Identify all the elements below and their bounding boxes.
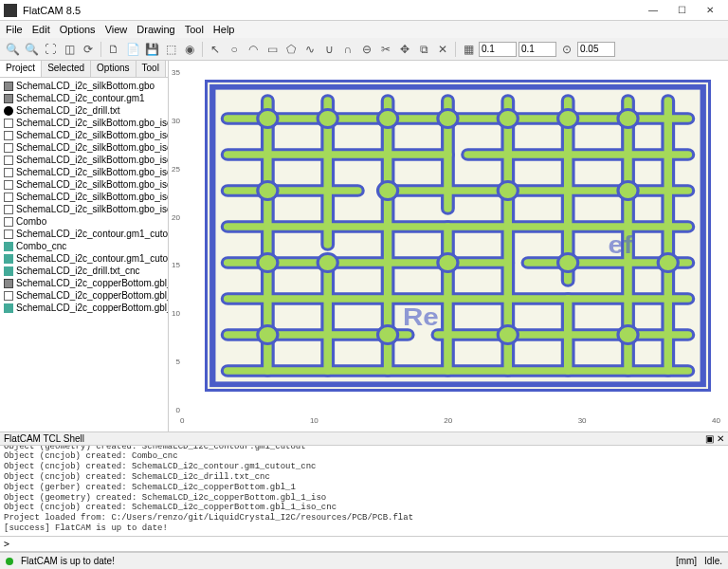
path-icon[interactable]: ∿ bbox=[301, 41, 318, 58]
grid-x-input[interactable] bbox=[479, 42, 517, 57]
delete-icon[interactable]: ✕ bbox=[434, 41, 451, 58]
menu-tool[interactable]: Tool bbox=[185, 24, 204, 35]
geom-icon bbox=[4, 180, 13, 190]
menu-help[interactable]: Help bbox=[213, 24, 235, 35]
geom-icon bbox=[4, 143, 13, 153]
tree-item[interactable]: SchemaLCD_i2c_contour.gm1 bbox=[2, 92, 166, 104]
tree-item-label: SchemaLCD_i2c_silkBottom.gbo bbox=[16, 81, 155, 91]
shell-input[interactable] bbox=[13, 539, 724, 549]
svg-point-6 bbox=[558, 110, 578, 128]
grid-icon[interactable]: ▦ bbox=[460, 41, 477, 58]
tree-item-label: SchemaLCD_i2c_silkBottom.gbo_iso_paint bbox=[16, 192, 168, 202]
tree-item[interactable]: SchemaLCD_i2c_silkBottom.gbo_iso bbox=[2, 117, 166, 129]
tree-item[interactable]: SchemaLCD_i2c_silkBottom.gbo_iso_paint bbox=[2, 166, 166, 178]
tree-item[interactable]: SchemaLCD_i2c_drill.txt bbox=[2, 104, 166, 117]
zoom-out-icon[interactable]: 🔍 bbox=[23, 41, 40, 58]
tree-item[interactable]: SchemaLCD_i2c_silkBottom.gbo bbox=[2, 80, 166, 92]
tab-tool[interactable]: Tool bbox=[136, 61, 166, 77]
shell-input-row: > bbox=[0, 537, 728, 552]
separator bbox=[455, 42, 456, 57]
zoom-fit-icon[interactable]: ⛶ bbox=[42, 41, 59, 58]
menu-edit[interactable]: Edit bbox=[32, 24, 50, 35]
cut-icon[interactable]: ✂ bbox=[377, 41, 394, 58]
tree-item[interactable]: SchemaLCD_i2c_contour.gm1_cutout_cnc bbox=[2, 252, 166, 265]
svg-point-20 bbox=[618, 326, 638, 344]
shell-output[interactable]: Object (geometry) created: SchemaLCD_i2c… bbox=[0, 446, 728, 537]
svg-point-1 bbox=[258, 110, 278, 128]
arc-icon[interactable]: ◠ bbox=[245, 41, 262, 58]
open-gerber-icon[interactable]: ⬚ bbox=[162, 41, 179, 58]
tree-item[interactable]: SchemaLCD_i2c_silkBottom.gbo_iso_paint bbox=[2, 178, 166, 191]
svg-point-19 bbox=[498, 326, 518, 344]
x-axis: 010203040 bbox=[180, 416, 720, 428]
statusbar: FlatCAM is up to date! [mm] Idle. bbox=[0, 552, 728, 569]
tree-item[interactable]: SchemaLCD_i2c_drill.txt_cnc bbox=[2, 265, 166, 277]
intersection-icon[interactable]: ∩ bbox=[339, 41, 356, 58]
status-message: FlatCAM is up to date! bbox=[21, 556, 115, 566]
open-icon[interactable]: 📄 bbox=[124, 41, 141, 58]
subtract-icon[interactable]: ⊖ bbox=[358, 41, 375, 58]
sidebar-tabs: Project Selected Options Tool bbox=[0, 61, 168, 78]
shell-line: Object (cncjob) created: SchemaLCD_i2c_c… bbox=[4, 503, 724, 513]
close-button[interactable]: ✕ bbox=[696, 1, 724, 20]
shell-line: Object (geometry) created: SchemaLCD_i2c… bbox=[4, 493, 724, 504]
menu-view[interactable]: View bbox=[105, 24, 128, 35]
snap-icon[interactable]: ⊙ bbox=[558, 41, 575, 58]
open-excellon-icon[interactable]: ◉ bbox=[181, 41, 198, 58]
tree-item[interactable]: SchemaLCD_i2c_copperBottom.gbl_1 bbox=[2, 277, 166, 289]
save-icon[interactable]: 💾 bbox=[143, 41, 160, 58]
maximize-button[interactable]: ☐ bbox=[667, 1, 696, 20]
tree-item[interactable]: SchemaLCD_i2c_silkBottom.gbo_iso_paint bbox=[2, 129, 166, 141]
cnc-icon bbox=[4, 254, 13, 264]
zoom-in-icon[interactable]: 🔍 bbox=[4, 41, 21, 58]
move-icon[interactable]: ✥ bbox=[396, 41, 413, 58]
snap-input[interactable] bbox=[577, 42, 615, 57]
tree-item-label: SchemaLCD_i2c_copperBottom.gbl_1 bbox=[16, 278, 168, 288]
shell-expand-icon[interactable]: ▣ ✕ bbox=[705, 433, 724, 444]
gerber-icon bbox=[4, 279, 13, 288]
svg-point-18 bbox=[378, 326, 398, 344]
polygon-icon[interactable]: ⬠ bbox=[282, 41, 300, 58]
tree-item[interactable]: SchemaLCD_i2c_silkBottom.gbo_iso_paint bbox=[2, 141, 166, 154]
project-tree[interactable]: SchemaLCD_i2c_silkBottom.gboSchemaLCD_i2… bbox=[0, 78, 168, 431]
copy-icon[interactable]: ⧉ bbox=[415, 41, 432, 58]
tab-project[interactable]: Project bbox=[0, 61, 42, 77]
svg-point-13 bbox=[318, 254, 337, 272]
tree-item[interactable]: Combo_cnc bbox=[2, 240, 166, 252]
tree-item[interactable]: SchemaLCD_i2c_silkBottom.gbo_iso_paint bbox=[2, 154, 166, 166]
tree-item[interactable]: SchemaLCD_i2c_copperBottom.gbl_1_iso bbox=[2, 289, 166, 302]
circle-icon[interactable]: ○ bbox=[226, 41, 243, 58]
menu-file[interactable]: File bbox=[6, 24, 23, 35]
union-icon[interactable]: ∪ bbox=[320, 41, 337, 58]
tree-item-label: SchemaLCD_i2c_silkBottom.gbo_iso_paint bbox=[16, 179, 168, 190]
tree-item[interactable]: SchemaLCD_i2c_silkBottom.gbo_iso_paint bbox=[2, 191, 166, 203]
tree-item[interactable]: Combo bbox=[2, 215, 166, 228]
rect-icon[interactable]: ▭ bbox=[264, 41, 281, 58]
gerber-icon bbox=[4, 94, 13, 103]
tree-item[interactable]: SchemaLCD_i2c_copperBottom.gbl_1_iso bbox=[2, 302, 166, 314]
tree-item-label: SchemaLCD_i2c_copperBottom.gbl_1_iso bbox=[16, 290, 168, 301]
shell-prompt-icon: > bbox=[4, 539, 9, 549]
pcb-plot: Re ef bbox=[205, 80, 711, 392]
tree-item-label: SchemaLCD_i2c_contour.gm1_cutout_cnc bbox=[16, 253, 168, 264]
menu-drawing[interactable]: Drawing bbox=[136, 24, 174, 35]
shell-line: Object (cncjob) created: Combo_cnc bbox=[4, 451, 724, 462]
tree-item-label: SchemaLCD_i2c_silkBottom.gbo_iso_paint bbox=[16, 142, 168, 153]
svg-point-15 bbox=[558, 254, 578, 272]
tab-selected[interactable]: Selected bbox=[42, 61, 91, 77]
tree-item-label: Combo bbox=[16, 216, 46, 227]
new-icon[interactable]: 🗋 bbox=[105, 41, 122, 58]
tree-item[interactable]: SchemaLCD_i2c_silkBottom.gbo_iso_paint bbox=[2, 203, 166, 215]
tree-item[interactable]: SchemaLCD_i2c_contour.gm1_cutout bbox=[2, 228, 166, 240]
select-icon[interactable]: ↖ bbox=[207, 41, 224, 58]
geom-icon bbox=[4, 119, 13, 128]
grid-y-input[interactable] bbox=[519, 42, 556, 57]
menu-options[interactable]: Options bbox=[60, 24, 96, 35]
svg-point-8 bbox=[258, 182, 278, 200]
clear-plot-icon[interactable]: ◫ bbox=[61, 41, 78, 58]
canvas[interactable]: 35302520151050 010203040 bbox=[169, 61, 728, 431]
minimize-button[interactable]: — bbox=[639, 1, 667, 20]
tree-item-label: SchemaLCD_i2c_silkBottom.gbo_iso_paint bbox=[16, 204, 168, 214]
replot-icon[interactable]: ⟳ bbox=[80, 41, 97, 58]
tab-options[interactable]: Options bbox=[91, 61, 136, 77]
